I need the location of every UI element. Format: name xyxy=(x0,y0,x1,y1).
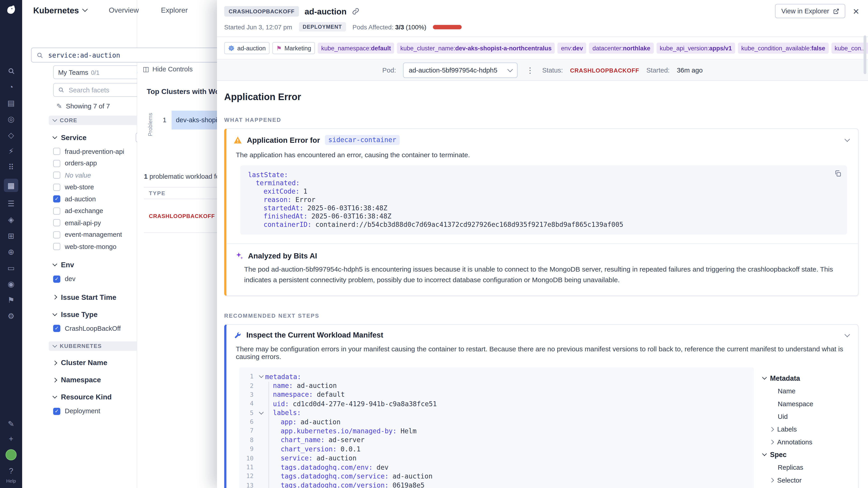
tag-key: env: xyxy=(561,45,572,51)
chevron-down-icon[interactable] xyxy=(844,332,850,337)
watchdog-icon[interactable]: ◔ xyxy=(5,83,17,91)
tree-item-uid[interactable]: Uid xyxy=(763,410,852,423)
chevron-down-icon xyxy=(53,343,57,348)
checkbox[interactable] xyxy=(53,408,60,415)
edit-facets-icon[interactable]: ✎ xyxy=(57,102,62,110)
error-card-header[interactable]: Application Error for sidecar-container xyxy=(226,129,858,150)
checkbox[interactable] xyxy=(53,325,60,332)
user-avatar[interactable] xyxy=(5,449,17,460)
checkbox[interactable] xyxy=(53,231,60,238)
started-text: Started Jun 3, 12:07 pm xyxy=(224,24,292,30)
manifest-card-header[interactable]: Inspect the Current Workload Manifest xyxy=(226,325,858,344)
cluster-bar[interactable]: dev-aks-shopist-a-northcentralus xyxy=(171,111,217,129)
metrics-icon[interactable]: ▤ xyxy=(5,98,17,107)
tab-explorer[interactable]: Explorer xyxy=(161,6,188,14)
search-icon[interactable] xyxy=(5,66,17,75)
checkbox[interactable] xyxy=(53,275,60,283)
tag-service[interactable]: ☸ad-auction xyxy=(224,42,270,54)
code-line: startedAt:2025-06-03T16:38:48Z xyxy=(248,204,839,213)
copy-icon[interactable] xyxy=(834,170,842,177)
tree-item-annotations[interactable]: Annotations xyxy=(763,435,852,448)
containers-icon[interactable]: ▦ xyxy=(4,179,18,192)
tags-row: ☸ad-auction ⚑Marketing kube_namespace:de… xyxy=(217,37,868,59)
tag[interactable]: kube_api_version:apps/v1 xyxy=(656,43,735,54)
facet-group-label: Namespace xyxy=(61,376,101,384)
pod-started-value: 36m ago xyxy=(677,66,703,74)
code-line: 3namespace:default xyxy=(239,390,754,399)
settings-icon[interactable]: ⚙ xyxy=(5,312,17,320)
monitors-icon[interactable]: ◉ xyxy=(5,280,17,288)
checkbox[interactable] xyxy=(53,195,60,203)
fold-icon[interactable] xyxy=(257,412,265,414)
facet-label: web-store xyxy=(65,183,94,191)
synthetics-icon[interactable]: ⊕ xyxy=(5,248,17,256)
logs-icon[interactable]: ☰ xyxy=(5,199,17,208)
tag[interactable]: kube_cluster_name:dev-aks-shopist-a-nort… xyxy=(397,43,555,54)
checkbox[interactable] xyxy=(53,184,60,191)
scrollbar[interactable] xyxy=(864,35,866,74)
nav-rail: ◔ ▤ ◎ ◇ ⚡ ⠿ ▦ ☰ ◈ ⊞ ⊕ ▭ ◉ ⚑ ⚙ ✎ + ? Help xyxy=(0,0,22,488)
tree-item-spec[interactable]: Spec xyxy=(763,449,852,461)
ci-icon[interactable]: ⊞ xyxy=(5,231,17,240)
tag[interactable]: kube_con... xyxy=(831,43,868,54)
product-switcher[interactable]: Kubernetes xyxy=(33,5,87,15)
security-icon[interactable]: ◈ xyxy=(5,215,17,224)
tab-overview[interactable]: Overview xyxy=(109,6,139,14)
checkbox[interactable] xyxy=(53,243,60,250)
container-tag[interactable]: sidecar-container xyxy=(325,135,400,145)
view-in-explorer-button[interactable]: View in Explorer xyxy=(775,4,845,18)
tree-item-namespace[interactable]: Namespace xyxy=(763,397,852,410)
close-icon[interactable]: × xyxy=(853,6,859,17)
table-row[interactable]: CRASHLOOPBACKOFF xyxy=(144,199,217,233)
tag-value: apps/v1 xyxy=(709,45,732,51)
checkbox[interactable] xyxy=(53,148,60,155)
tag[interactable]: kube_condition_available:false xyxy=(738,43,829,54)
section-kubernetes-label: KUBERNETES xyxy=(60,343,102,349)
column-header-type[interactable]: TYPE xyxy=(144,187,217,199)
rum-icon[interactable]: ▭ xyxy=(5,263,17,272)
tree-item-template[interactable]: Template xyxy=(763,487,852,488)
chart-bar-row[interactable]: 1 dev-aks-shopist-a-northcentralus xyxy=(163,111,217,129)
tag-team[interactable]: ⚑Marketing xyxy=(272,42,315,54)
tag[interactable]: datacenter:northlake xyxy=(589,43,653,54)
kebab-menu-icon[interactable]: ⋮ xyxy=(525,66,535,74)
checkbox[interactable] xyxy=(53,172,60,179)
edit-icon[interactable]: ✎ xyxy=(5,419,17,428)
tree-item-replicas[interactable]: Replicas xyxy=(763,461,852,474)
bits-ai-header: Analyzed by Bits AI xyxy=(226,244,858,265)
tag[interactable]: env:dev xyxy=(558,43,586,54)
events-icon[interactable]: ⚡ xyxy=(5,147,17,156)
bits-ai-title: Analyzed by Bits AI xyxy=(248,252,317,260)
code-line: 4uid:cd1cd0d4-277e-4129-941b-c9a8a38fce5… xyxy=(239,399,754,408)
chevron-down-icon[interactable] xyxy=(844,136,850,142)
fold-icon[interactable] xyxy=(257,376,265,377)
datadog-logo[interactable] xyxy=(0,4,22,16)
checkbox[interactable] xyxy=(53,207,60,215)
pods-affected-bar xyxy=(433,25,462,29)
facet-label: ad-auction xyxy=(65,195,96,203)
yaml-editor[interactable]: 1metadata: 2name:ad-auction 3namespace:d… xyxy=(239,367,754,488)
tree-item-name[interactable]: Name xyxy=(763,385,852,397)
checkbox[interactable] xyxy=(53,219,60,226)
infrastructure-icon[interactable]: ◇ xyxy=(5,131,17,139)
code-line: exitCode:1 xyxy=(248,188,839,196)
chevron-down-icon xyxy=(53,311,57,316)
checkbox[interactable] xyxy=(53,160,60,167)
incidents-icon[interactable]: ⚑ xyxy=(5,295,17,304)
help-icon[interactable]: ? xyxy=(5,466,17,475)
link-icon[interactable] xyxy=(352,7,360,15)
hide-controls-button[interactable]: ◫ Hide Controls xyxy=(143,65,193,73)
tag[interactable]: kube_namespace:default xyxy=(318,43,394,54)
facet-group-label: Issue Start Time xyxy=(61,293,116,301)
sparkles-icon xyxy=(235,252,244,260)
facet-group-label: Resource Kind xyxy=(61,393,112,401)
facet-sidebar: My Teams 0/1 ✎ Showing 7 of 7 CORE Servi… xyxy=(22,0,137,488)
add-icon[interactable]: + xyxy=(5,434,17,443)
manifest-body: 1metadata: 2name:ad-auction 3namespace:d… xyxy=(239,367,852,488)
apm-icon[interactable]: ◎ xyxy=(5,115,17,123)
tree-item-labels[interactable]: Labels xyxy=(763,423,852,435)
service-map-icon[interactable]: ⠿ xyxy=(5,163,17,171)
pod-select[interactable]: ad-auction-5bf997954c-hdph5 xyxy=(403,62,518,78)
tree-item-selector[interactable]: Selector xyxy=(763,474,852,486)
tree-item-metadata[interactable]: Metadata xyxy=(763,372,852,385)
